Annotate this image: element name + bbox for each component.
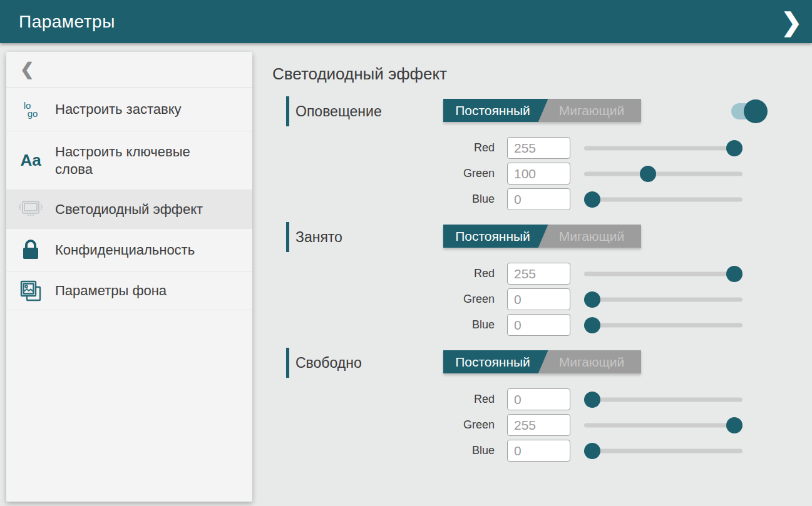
sidebar-item-background[interactable]: Параметры фона: [6, 271, 252, 310]
chevron-left-icon: ❮: [20, 59, 34, 79]
green-slider[interactable]: [584, 417, 743, 434]
blue-slider[interactable]: [584, 191, 743, 208]
segment-blinking[interactable]: Мигающий: [542, 99, 641, 122]
channel-label: Red: [272, 393, 495, 406]
blue-value-input[interactable]: [507, 440, 570, 462]
slider-thumb[interactable]: [640, 166, 656, 182]
channel-row-green: Green: [272, 286, 773, 312]
sidebar-item-label: Светодиодный эффект: [55, 201, 203, 218]
page-title: Параметры: [0, 12, 115, 32]
led-effect-panel: Светодиодный эффект Оповещение Постоянны…: [272, 52, 773, 475]
mode-segmented-control[interactable]: Постоянный Мигающий: [443, 350, 641, 373]
segment-constant[interactable]: Постоянный: [443, 225, 542, 248]
slider-track: [584, 297, 743, 301]
background-image-icon: [6, 278, 55, 304]
chevron-right-icon[interactable]: ❯: [781, 9, 802, 34]
channel-row-green: Green: [272, 161, 773, 186]
channel-row-red: Red: [272, 135, 773, 161]
toggle-knob: [744, 99, 768, 123]
segment-blinking[interactable]: Мигающий: [542, 225, 641, 248]
channel-row-blue: Blue: [272, 186, 773, 212]
segment-constant[interactable]: Постоянный: [443, 350, 542, 373]
channel-row-blue: Blue: [272, 312, 773, 338]
sidebar-item-label: Конфиденциальность: [55, 241, 195, 259]
green-value-input[interactable]: [507, 163, 570, 185]
sidebar-item-screensaver[interactable]: lo go Настроить заставку: [6, 88, 252, 131]
green-slider[interactable]: [584, 291, 743, 308]
green-value-input[interactable]: [507, 414, 570, 436]
slider-thumb[interactable]: [726, 266, 743, 282]
blue-value-input[interactable]: [507, 314, 570, 336]
sidebar-item-privacy[interactable]: Конфиденциальность: [6, 229, 252, 271]
slider-track: [584, 146, 743, 150]
red-slider[interactable]: [584, 391, 743, 408]
channel-label: Red: [272, 141, 495, 154]
slider-track: [584, 271, 743, 276]
slider-thumb[interactable]: [584, 392, 600, 408]
slider-track: [584, 423, 743, 427]
slider-track: [584, 197, 743, 201]
section-title: Занято: [296, 223, 342, 251]
channel-row-red: Red: [272, 387, 773, 412]
slider-thumb[interactable]: [584, 191, 600, 208]
channel-row-red: Red: [272, 261, 773, 286]
slider-track: [584, 448, 743, 453]
settings-sidebar: ❮ lo go Настроить заставку Aa Настроить …: [6, 52, 252, 502]
lock-icon: [6, 238, 55, 263]
green-slider[interactable]: [584, 165, 743, 183]
red-value-input[interactable]: [507, 388, 570, 410]
channel-label: Blue: [272, 193, 495, 206]
slider-thumb[interactable]: [584, 443, 600, 459]
sidebar-item-led-effect[interactable]: Светодиодный эффект: [6, 190, 252, 229]
section-busy: Занято Постоянный Мигающий Red Green: [272, 223, 773, 338]
segment-constant[interactable]: Постоянный: [443, 99, 542, 122]
section-accent-bar: [286, 96, 289, 126]
blue-slider[interactable]: [584, 316, 743, 334]
section-accent-bar: [286, 222, 289, 252]
section-title: Свободно: [296, 349, 362, 377]
section-notification: Оповещение Постоянный Мигающий Red: [272, 98, 773, 212]
sidebar-item-label: Настроить заставку: [55, 101, 182, 118]
section-title: Оповещение: [296, 98, 382, 125]
mode-segmented-control[interactable]: Постоянный Мигающий: [443, 225, 641, 248]
sidebar-item-keywords[interactable]: Aa Настроить ключевые слова: [6, 131, 252, 190]
keywords-icon: Aa: [6, 151, 55, 170]
slider-track: [584, 171, 743, 176]
green-value-input[interactable]: [507, 288, 570, 310]
section-accent-bar: [286, 348, 289, 378]
slider-thumb[interactable]: [726, 417, 743, 433]
slider-track: [584, 323, 743, 327]
channel-label: Green: [272, 167, 495, 180]
mode-segmented-control[interactable]: Постоянный Мигающий: [443, 99, 641, 122]
segment-blinking[interactable]: Мигающий: [542, 350, 641, 373]
sidebar-item-label: Параметры фона: [55, 282, 167, 300]
slider-thumb[interactable]: [584, 291, 600, 308]
panel-title: Светодиодный эффект: [272, 64, 773, 84]
slider-track: [584, 397, 743, 402]
section-free: Свободно Постоянный Мигающий Red Green: [272, 349, 773, 463]
channel-label: Green: [272, 293, 495, 306]
red-value-input[interactable]: [507, 137, 570, 159]
sidebar-collapse-button[interactable]: ❮: [6, 52, 252, 88]
channel-label: Blue: [272, 318, 495, 331]
channel-label: Green: [272, 418, 495, 432]
slider-thumb[interactable]: [726, 140, 743, 156]
led-screen-icon: [6, 199, 55, 220]
channel-row-blue: Blue: [272, 438, 773, 463]
red-slider[interactable]: [584, 265, 743, 283]
channel-label: Red: [272, 267, 495, 280]
red-value-input[interactable]: [507, 263, 570, 285]
blue-slider[interactable]: [584, 442, 743, 460]
red-slider[interactable]: [584, 139, 743, 157]
sidebar-item-label: Настроить ключевые слова: [55, 143, 208, 178]
channel-label: Blue: [272, 444, 495, 457]
slider-thumb[interactable]: [584, 317, 600, 333]
app-header: Параметры ❯: [0, 0, 812, 43]
notification-toggle[interactable]: [731, 99, 768, 123]
logo-icon: lo go: [6, 101, 55, 118]
channel-row-green: Green: [272, 412, 773, 438]
blue-value-input[interactable]: [507, 188, 570, 210]
